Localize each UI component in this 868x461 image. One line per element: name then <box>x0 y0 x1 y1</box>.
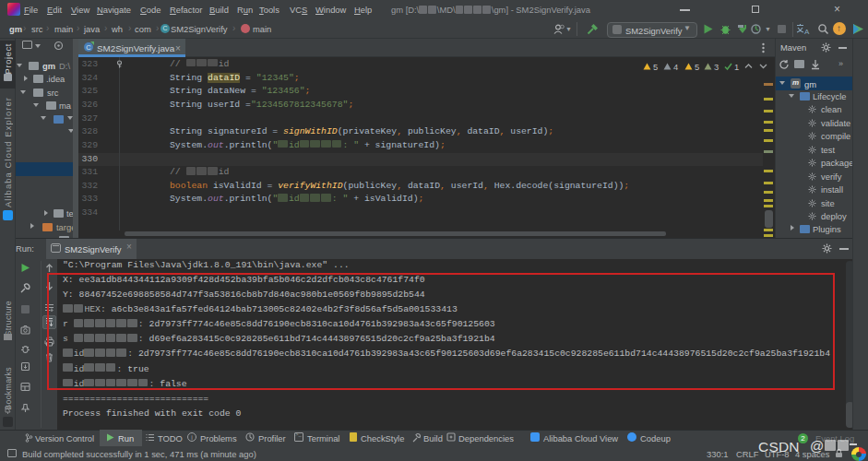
svg-text:A: A <box>804 28 810 36</box>
svg-text:C: C <box>86 43 91 52</box>
